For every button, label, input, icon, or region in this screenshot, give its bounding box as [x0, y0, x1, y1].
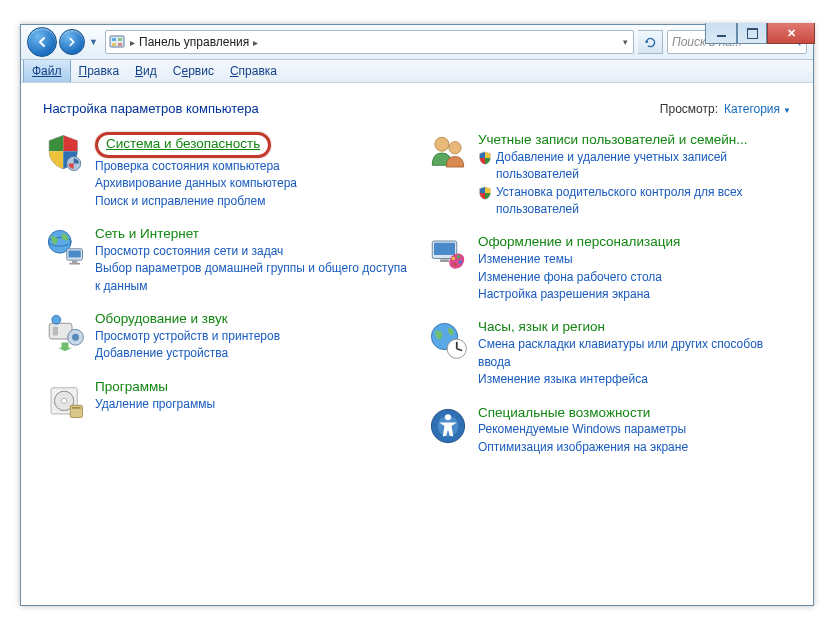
task-link[interactable]: Поиск и исправление проблем [95, 193, 265, 210]
category-link-network-internet[interactable]: Сеть и Интернет [95, 226, 199, 241]
category-link-hardware-sound[interactable]: Оборудование и звук [95, 311, 228, 326]
svg-rect-2 [118, 38, 122, 41]
svg-point-30 [452, 257, 456, 261]
svg-point-25 [435, 137, 449, 151]
task-link[interactable]: Рекомендуемые Windows параметры [478, 421, 686, 438]
svg-rect-3 [112, 43, 116, 46]
back-button[interactable] [27, 27, 57, 57]
category-hardware-sound: Оборудование и звукПросмотр устройств и … [43, 311, 408, 363]
task-link[interactable]: Изменение темы [478, 251, 573, 268]
breadcrumb-separator[interactable]: ▸ [253, 37, 258, 48]
task-link[interactable]: Архивирование данных компьютера [95, 175, 297, 192]
category-appearance: Оформление и персонализацияИзменение тем… [426, 234, 791, 303]
svg-rect-4 [118, 43, 122, 46]
task-link[interactable]: Удаление программы [95, 396, 215, 413]
breadcrumb-root[interactable]: Панель управления [139, 35, 249, 49]
menu-view[interactable]: Вид [127, 60, 165, 82]
navigation-bar: ▼ ▸ Панель управления ▸ ▾ Поиск в па... [21, 25, 813, 60]
hardware-sound-icon [43, 311, 87, 355]
svg-rect-24 [72, 407, 81, 409]
category-network-internet: Сеть и ИнтернетПросмотр состояния сети и… [43, 226, 408, 295]
task-link[interactable]: Просмотр устройств и принтеров [95, 328, 280, 345]
content-area: Настройка параметров компьютера Просмотр… [21, 83, 813, 605]
menu-file[interactable]: Файл [23, 60, 71, 82]
category-link-ease-of-access[interactable]: Специальные возможности [478, 405, 650, 420]
svg-point-26 [449, 142, 461, 154]
category-clock-language: Часы, язык и регионСмена раскладки клави… [426, 319, 791, 388]
view-by-dropdown[interactable]: Категория▼ [724, 102, 791, 116]
svg-point-33 [453, 263, 457, 267]
uac-shield-icon [478, 186, 492, 200]
close-button[interactable]: ✕ [767, 23, 815, 44]
svg-point-40 [445, 414, 451, 420]
category-ease-of-access: Специальные возможностиРекомендуемые Win… [426, 405, 791, 457]
task-link[interactable]: Просмотр состояния сети и задач [95, 243, 283, 260]
svg-rect-12 [72, 261, 77, 263]
appearance-icon [426, 234, 470, 278]
svg-point-32 [459, 261, 463, 265]
forward-button[interactable] [59, 29, 85, 55]
network-internet-icon [43, 226, 87, 270]
user-accounts-icon [426, 132, 470, 176]
svg-rect-15 [53, 327, 58, 336]
svg-rect-28 [434, 243, 455, 255]
history-dropdown[interactable]: ▼ [89, 37, 99, 47]
task-link[interactable]: Смена раскладки клавиатуры или других сп… [478, 336, 791, 371]
view-label: Просмотр: [660, 102, 718, 116]
svg-point-31 [457, 255, 461, 259]
task-link[interactable]: Добавление и удаление учетных записей по… [496, 149, 791, 184]
system-security-icon [43, 132, 87, 176]
svg-rect-1 [112, 38, 116, 41]
task-link[interactable]: Оптимизация изображения на экране [478, 439, 688, 456]
category-system-security: Система и безопасностьПроверка состояния… [43, 132, 408, 210]
task-link[interactable]: Установка родительского контроля для все… [496, 184, 791, 219]
category-link-programs[interactable]: Программы [95, 379, 168, 394]
address-dropdown-icon[interactable]: ▾ [623, 37, 628, 47]
category-link-clock-language[interactable]: Часы, язык и регион [478, 319, 605, 334]
category-link-user-accounts[interactable]: Учетные записи пользователей и семейн... [478, 132, 747, 147]
maximize-button[interactable] [737, 23, 767, 44]
category-link-appearance[interactable]: Оформление и персонализация [478, 234, 680, 249]
svg-rect-13 [69, 263, 80, 265]
highlight-ring: Система и безопасность [95, 132, 271, 158]
task-link[interactable]: Выбор параметров домашней группы и общег… [95, 260, 408, 295]
menu-help[interactable]: Справка [222, 60, 285, 82]
svg-rect-29 [440, 260, 449, 263]
task-link[interactable]: Настройка разрешения экрана [478, 286, 650, 303]
svg-point-22 [62, 398, 67, 403]
programs-icon [43, 379, 87, 423]
uac-shield-icon [478, 151, 492, 165]
category-user-accounts: Учетные записи пользователей и семейн...… [426, 132, 791, 218]
task-link[interactable]: Проверка состояния компьютера [95, 158, 280, 175]
breadcrumb-separator: ▸ [130, 37, 135, 48]
svg-point-18 [72, 334, 79, 341]
address-bar[interactable]: ▸ Панель управления ▸ ▾ [105, 30, 634, 54]
refresh-button[interactable] [638, 30, 663, 54]
menu-tools[interactable]: Сервис [165, 60, 222, 82]
category-programs: ПрограммыУдаление программы [43, 379, 408, 423]
window-controls: ✕ [705, 23, 815, 44]
control-panel-icon [108, 33, 126, 51]
task-link[interactable]: Добавление устройства [95, 345, 228, 362]
task-link[interactable]: Изменение фона рабочего стола [478, 269, 662, 286]
ease-of-access-icon [426, 405, 470, 449]
clock-language-icon [426, 319, 470, 363]
minimize-button[interactable] [705, 23, 737, 44]
svg-point-16 [52, 315, 61, 324]
menu-bar: Файл Правка Вид Сервис Справка [21, 60, 813, 83]
task-link[interactable]: Изменение языка интерфейса [478, 371, 648, 388]
menu-edit[interactable]: Правка [71, 60, 128, 82]
category-link-system-security[interactable]: Система и безопасность [106, 136, 260, 151]
svg-rect-11 [69, 251, 81, 258]
page-title: Настройка параметров компьютера [43, 101, 259, 116]
